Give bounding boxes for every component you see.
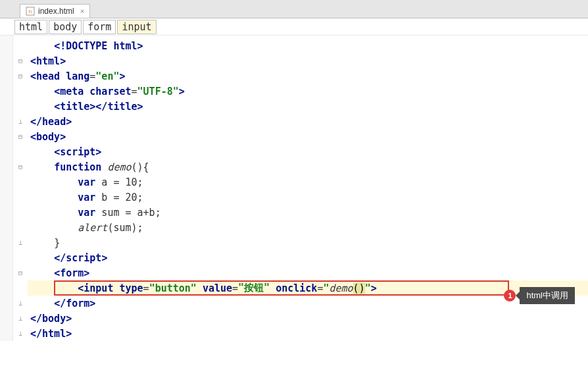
html-file-icon: h	[26, 7, 35, 16]
code-line: }	[28, 235, 588, 250]
annotation-text: html中调用	[520, 287, 575, 304]
code-line: </head>	[28, 114, 588, 129]
fold-icon[interactable]: ⊟	[17, 133, 24, 140]
code-line: </body>	[28, 311, 588, 326]
code-line: function demo(){	[28, 159, 588, 174]
code-line: var b = 20;	[28, 190, 588, 205]
side-rail	[0, 36, 13, 341]
crumb-input[interactable]: input	[117, 20, 156, 34]
editor: ⊟ ⊟ ⊥ ⊟ ⊟ ⊥ ⊟ ⊥ ⊥ ⊥ <!DOCTYPE html> <htm…	[0, 36, 588, 341]
code-line: <form>	[28, 265, 588, 280]
fold-end-icon[interactable]: ⊥	[17, 315, 24, 322]
fold-end-icon[interactable]: ⊥	[17, 239, 24, 246]
tab-label: index.html	[38, 7, 74, 16]
crumb-body[interactable]: body	[49, 20, 82, 34]
close-icon[interactable]: ×	[80, 7, 84, 15]
tab-bar: h index.html ×	[0, 0, 588, 18]
crumb-html[interactable]: html	[14, 20, 47, 34]
code-line: <script>	[28, 144, 588, 159]
fold-icon[interactable]: ⊟	[17, 269, 24, 276]
code-line: <body>	[28, 129, 588, 144]
file-tab[interactable]: h index.html ×	[20, 4, 90, 18]
fold-end-icon[interactable]: ⊥	[17, 330, 24, 337]
code-line: <meta charset="UTF-8">	[28, 84, 588, 99]
fold-end-icon[interactable]: ⊥	[17, 118, 24, 125]
svg-text:h: h	[29, 9, 32, 14]
code-line: alert(sum);	[28, 220, 588, 235]
crumb-form[interactable]: form	[83, 20, 116, 34]
breadcrumb-bar: html body form input	[0, 18, 588, 36]
annotation-badge: 1	[504, 290, 516, 302]
fold-end-icon[interactable]: ⊥	[17, 300, 24, 307]
code-line: <head lang="en">	[28, 68, 588, 84]
code-line: <html>	[28, 53, 588, 68]
code-line: </html>	[28, 326, 588, 341]
code-line: <title></title>	[28, 99, 588, 114]
fold-icon[interactable]: ⊟	[17, 72, 24, 80]
fold-icon[interactable]: ⊟	[17, 163, 24, 171]
breadcrumb: html body form input	[14, 20, 157, 34]
gutter: ⊟ ⊟ ⊥ ⊟ ⊟ ⊥ ⊟ ⊥ ⊥ ⊥	[13, 36, 28, 341]
code-line: var a = 10;	[28, 174, 588, 190]
annotation-tooltip: 1 html中调用	[504, 287, 575, 304]
code-line: </script>	[28, 250, 588, 265]
code-line: var sum = a+b;	[28, 205, 588, 220]
fold-icon[interactable]: ⊟	[17, 57, 24, 65]
code-line: <!DOCTYPE html>	[28, 38, 588, 53]
